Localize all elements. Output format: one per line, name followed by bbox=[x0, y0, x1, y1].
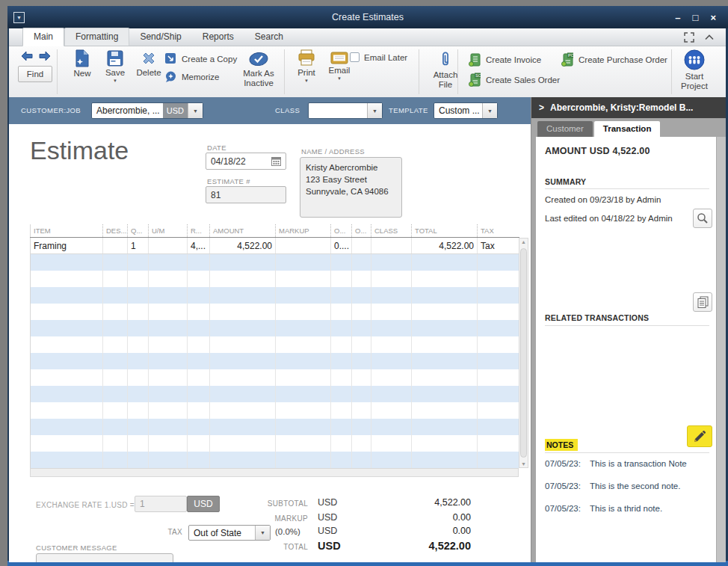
tab-transaction[interactable]: Transaction bbox=[594, 121, 661, 137]
line-items-grid: ITEMDES...Q...U/MR...AMOUNTMARKUPO...O..… bbox=[30, 224, 528, 477]
print-button[interactable]: Print ▼ bbox=[290, 49, 323, 83]
name-address-field[interactable]: Kristy Abercrombie 123 Easy Street Sunny… bbox=[300, 157, 402, 218]
close-button[interactable]: × bbox=[710, 12, 716, 23]
vertical-scrollbar[interactable]: ▲ ▼ bbox=[519, 238, 528, 468]
scrollbar-thumb[interactable] bbox=[520, 248, 527, 458]
documents-icon bbox=[697, 296, 709, 308]
table-row[interactable] bbox=[31, 369, 519, 386]
column-header[interactable]: DES... bbox=[103, 224, 128, 238]
table-row[interactable] bbox=[31, 435, 519, 452]
create-sales-order-icon: SO bbox=[468, 73, 481, 87]
tax-dropdown[interactable]: Out of State ▼ bbox=[188, 525, 271, 541]
horizontal-scrollbar[interactable] bbox=[30, 468, 519, 477]
date-input[interactable]: 04/18/22 bbox=[206, 153, 286, 170]
create-purchase-order-button[interactable]: PO Create Purchase Order bbox=[561, 52, 667, 67]
column-header[interactable]: Q... bbox=[128, 224, 149, 238]
exchange-currency-badge: USD bbox=[187, 496, 220, 512]
column-header[interactable]: R... bbox=[188, 224, 210, 238]
exchange-rate-label: EXCHANGE RATE 1.USD = bbox=[36, 501, 135, 509]
scroll-up-icon[interactable]: ▲ bbox=[519, 239, 528, 244]
template-label: TEMPLATE bbox=[389, 106, 428, 114]
table-row[interactable] bbox=[31, 386, 519, 402]
template-dropdown[interactable]: Custom ... ▼ bbox=[434, 102, 498, 119]
exchange-rate-input[interactable]: 1 bbox=[135, 496, 187, 512]
memorize-button[interactable]: Memorize bbox=[164, 70, 237, 83]
column-header[interactable]: O... bbox=[331, 224, 352, 238]
chevron-down-icon[interactable]: ▼ bbox=[255, 526, 270, 540]
table-row[interactable] bbox=[31, 320, 519, 336]
estimate-number-label: ESTIMATE # bbox=[207, 177, 250, 185]
email-dropdown-caret[interactable]: ▼ bbox=[337, 76, 342, 81]
delete-button[interactable]: Delete bbox=[132, 50, 166, 78]
table-row[interactable] bbox=[31, 287, 519, 304]
panel-chevron-icon[interactable]: > bbox=[539, 102, 544, 113]
currency-badge: USD bbox=[163, 103, 188, 118]
customer-job-dropdown[interactable]: Abercrombie, ... USD ▼ bbox=[91, 102, 203, 119]
customer-message-input[interactable] bbox=[36, 553, 173, 562]
chevron-down-icon[interactable]: ▼ bbox=[188, 103, 203, 118]
tab-customer[interactable]: Customer bbox=[537, 121, 593, 137]
column-header[interactable]: ITEM bbox=[31, 224, 103, 238]
table-row[interactable] bbox=[31, 254, 519, 271]
minimize-button[interactable]: – bbox=[675, 12, 680, 23]
tab-reports[interactable]: Reports bbox=[192, 28, 244, 46]
toolbar-separator bbox=[457, 49, 458, 94]
column-header[interactable]: TOTAL bbox=[412, 224, 478, 238]
column-header[interactable]: O... bbox=[352, 224, 371, 238]
column-header[interactable]: AMOUNT bbox=[210, 224, 276, 238]
checkbox-icon[interactable] bbox=[350, 52, 360, 62]
create-a-copy-button[interactable]: Create a Copy bbox=[164, 52, 237, 65]
estimate-number-input[interactable]: 81 bbox=[206, 186, 286, 203]
table-row[interactable] bbox=[31, 271, 519, 287]
email-later-checkbox[interactable]: Email Later bbox=[350, 52, 407, 62]
tab-send-ship[interactable]: Send/Ship bbox=[129, 28, 191, 46]
maximize-button[interactable]: □ bbox=[693, 12, 699, 23]
paperclip-icon bbox=[440, 49, 451, 69]
class-dropdown[interactable]: ▼ bbox=[308, 102, 383, 119]
chevron-down-icon[interactable]: ▼ bbox=[482, 103, 497, 118]
create-sales-order-button[interactable]: SO Create Sales Order bbox=[468, 73, 560, 87]
audit-history-button[interactable] bbox=[693, 209, 712, 228]
create-invoice-button[interactable]: Create Invoice bbox=[468, 52, 560, 67]
table-row[interactable] bbox=[31, 452, 519, 468]
back-arrow-icon[interactable] bbox=[21, 51, 33, 61]
save-dropdown-caret[interactable]: ▼ bbox=[113, 79, 117, 83]
related-docs-button[interactable] bbox=[693, 292, 712, 312]
edit-notes-button[interactable] bbox=[687, 425, 712, 447]
column-header[interactable]: TAX bbox=[478, 224, 519, 238]
column-header[interactable]: U/M bbox=[149, 224, 188, 238]
new-button[interactable]: New bbox=[67, 49, 97, 79]
mark-as-inactive-button[interactable]: Mark As Inactive bbox=[238, 51, 280, 88]
create-purchase-order-icon: PO bbox=[561, 52, 574, 67]
forward-arrow-icon[interactable] bbox=[39, 51, 51, 61]
panel-scroll-strip[interactable] bbox=[716, 137, 726, 562]
svg-text:PO: PO bbox=[568, 53, 574, 58]
calendar-icon[interactable] bbox=[271, 156, 281, 166]
start-project-button[interactable]: Start Project bbox=[676, 49, 712, 91]
tab-main[interactable]: Main bbox=[22, 28, 64, 46]
start-project-icon bbox=[684, 49, 705, 70]
tab-search[interactable]: Search bbox=[244, 28, 294, 46]
total-value: 4,522.00 bbox=[360, 540, 471, 552]
column-header[interactable]: MARKUP bbox=[276, 224, 331, 238]
column-header[interactable]: CLASS bbox=[371, 224, 412, 238]
table-row[interactable] bbox=[31, 304, 519, 320]
save-button[interactable]: Save ▼ bbox=[100, 50, 130, 83]
create-copy-icon bbox=[164, 52, 177, 65]
find-button[interactable]: Find bbox=[18, 66, 52, 82]
table-row[interactable] bbox=[31, 353, 519, 369]
tax-label: TAX bbox=[135, 528, 182, 536]
table-row[interactable] bbox=[31, 402, 519, 419]
scroll-down-icon[interactable]: ▼ bbox=[519, 461, 528, 467]
table-row[interactable]: Framing14,...4,522.000....4,522.00Tax bbox=[31, 238, 519, 254]
table-row[interactable] bbox=[31, 419, 519, 435]
table-row[interactable] bbox=[31, 336, 519, 353]
tab-formatting[interactable]: Formatting bbox=[64, 28, 129, 46]
chevron-down-icon[interactable]: ▼ bbox=[367, 103, 382, 118]
collapse-ribbon-icon[interactable] bbox=[705, 34, 714, 40]
tax-value: 0.00 bbox=[360, 526, 471, 536]
expand-ribbon-icon[interactable] bbox=[684, 32, 694, 43]
attach-file-button[interactable]: Attach File bbox=[426, 49, 465, 90]
panel-header[interactable]: > Abercrombie, Kristy:Remodel B... bbox=[531, 97, 726, 118]
print-dropdown-caret[interactable]: ▼ bbox=[304, 79, 309, 83]
